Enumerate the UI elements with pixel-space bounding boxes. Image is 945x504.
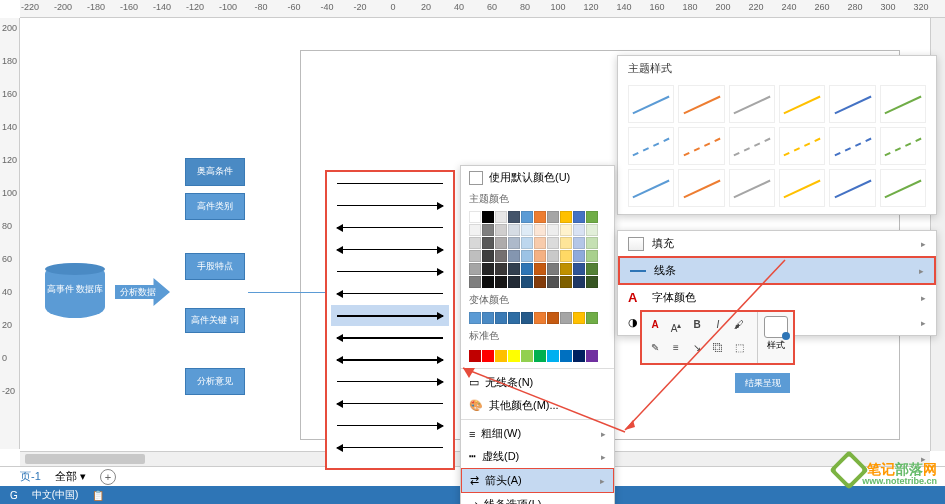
color-swatch[interactable] [586, 276, 598, 288]
align-button[interactable]: ≡ [667, 339, 685, 357]
arrow-left-open[interactable] [331, 283, 449, 304]
process-box-2[interactable]: 手股特点 [185, 253, 245, 280]
color-swatch[interactable] [508, 237, 520, 249]
color-swatch[interactable] [495, 250, 507, 262]
theme-line-style[interactable] [880, 85, 926, 123]
theme-line-style[interactable] [829, 127, 875, 165]
theme-line-style[interactable] [729, 85, 775, 123]
theme-line-style[interactable] [880, 127, 926, 165]
color-swatch[interactable] [469, 250, 481, 262]
color-swatch[interactable] [521, 224, 533, 236]
highlight-button[interactable]: ✎ [646, 339, 664, 357]
color-swatch[interactable] [547, 224, 559, 236]
font-size-up-button[interactable]: A▴ [667, 316, 685, 334]
color-swatch[interactable] [508, 312, 520, 324]
color-swatch[interactable] [586, 211, 598, 223]
more-colors-item[interactable]: 🎨其他颜色(M)... [461, 394, 614, 417]
color-swatch[interactable] [560, 263, 572, 275]
theme-line-style[interactable] [829, 169, 875, 207]
bold-button[interactable]: B [688, 316, 706, 334]
color-swatch[interactable] [482, 237, 494, 249]
theme-line-style[interactable] [829, 85, 875, 123]
color-swatch[interactable] [495, 312, 507, 324]
arrow-right-circle[interactable] [331, 415, 449, 436]
color-swatch[interactable] [482, 350, 494, 362]
color-swatch[interactable] [560, 250, 572, 262]
color-swatch[interactable] [560, 312, 572, 324]
scrollbar-thumb[interactable] [25, 454, 145, 464]
color-swatch[interactable] [508, 211, 520, 223]
database-shape[interactable]: 高事件 数据库 [45, 263, 105, 318]
color-swatch[interactable] [573, 237, 585, 249]
add-page-button[interactable]: + [100, 469, 116, 485]
arrow-both[interactable] [331, 239, 449, 260]
color-swatch[interactable] [586, 237, 598, 249]
color-swatch[interactable] [469, 211, 481, 223]
color-swatch[interactable] [521, 263, 533, 275]
theme-line-style[interactable] [678, 85, 724, 123]
color-swatch[interactable] [508, 263, 520, 275]
color-swatch[interactable] [573, 250, 585, 262]
result-box[interactable]: 结果呈现 [735, 373, 790, 393]
arrow-right-diamond[interactable] [331, 371, 449, 392]
theme-line-style[interactable] [779, 127, 825, 165]
color-swatch[interactable] [547, 237, 559, 249]
color-swatch[interactable] [469, 263, 481, 275]
color-swatch[interactable] [586, 263, 598, 275]
connector-line[interactable] [248, 292, 333, 293]
arrow-right-thick[interactable] [331, 305, 449, 326]
color-swatch[interactable] [495, 350, 507, 362]
theme-line-style[interactable] [880, 169, 926, 207]
color-swatch[interactable] [573, 312, 585, 324]
color-swatch[interactable] [573, 350, 585, 362]
color-swatch[interactable] [482, 276, 494, 288]
theme-line-style[interactable] [729, 169, 775, 207]
color-swatch[interactable] [521, 312, 533, 324]
arrow-right[interactable] [331, 195, 449, 216]
color-swatch[interactable] [534, 224, 546, 236]
color-swatch[interactable] [547, 276, 559, 288]
color-swatch[interactable] [534, 263, 546, 275]
color-swatch[interactable] [560, 276, 572, 288]
theme-line-style[interactable] [779, 85, 825, 123]
color-swatch[interactable] [521, 250, 533, 262]
fill-menu-item[interactable]: 填充▸ [618, 231, 936, 256]
color-swatch[interactable] [547, 250, 559, 262]
font-color-menu-item[interactable]: A字体颜色▸ [618, 285, 936, 310]
color-swatch[interactable] [534, 250, 546, 262]
theme-line-style[interactable] [678, 127, 724, 165]
color-swatch[interactable] [495, 224, 507, 236]
process-box-1[interactable]: 高件类别 [185, 193, 245, 220]
styles-button[interactable]: 样式 [757, 312, 793, 363]
format-painter-button[interactable]: 🖌 [730, 316, 748, 334]
arrange-button[interactable]: ⬚ [730, 339, 748, 357]
macro-record-icon[interactable]: 📋 [92, 490, 104, 501]
color-swatch[interactable] [495, 237, 507, 249]
arrow-both-thick[interactable] [331, 349, 449, 370]
color-swatch[interactable] [508, 350, 520, 362]
color-swatch[interactable] [495, 211, 507, 223]
color-swatch[interactable] [547, 312, 559, 324]
connector-button[interactable]: ↘ [688, 339, 706, 357]
color-swatch[interactable] [508, 276, 520, 288]
color-swatch[interactable] [521, 276, 533, 288]
arrow-left-diamond[interactable] [331, 393, 449, 414]
color-swatch[interactable] [482, 263, 494, 275]
theme-line-style[interactable] [678, 169, 724, 207]
line-options-item[interactable]: ⇢线条选项(L)... [461, 493, 614, 504]
color-swatch[interactable] [469, 237, 481, 249]
color-swatch[interactable] [560, 237, 572, 249]
theme-line-style[interactable] [628, 85, 674, 123]
color-swatch[interactable] [508, 224, 520, 236]
weight-item[interactable]: ≡粗细(W)▸ [461, 422, 614, 445]
color-swatch[interactable] [560, 224, 572, 236]
color-swatch[interactable] [573, 211, 585, 223]
group-button[interactable]: ⿻ [709, 339, 727, 357]
color-swatch[interactable] [495, 276, 507, 288]
color-swatch[interactable] [482, 211, 494, 223]
arrow-none[interactable] [331, 173, 449, 194]
color-swatch[interactable] [534, 312, 546, 324]
italic-button[interactable]: I [709, 316, 727, 334]
color-swatch[interactable] [586, 312, 598, 324]
language-indicator[interactable]: 中文(中国) [32, 488, 79, 502]
